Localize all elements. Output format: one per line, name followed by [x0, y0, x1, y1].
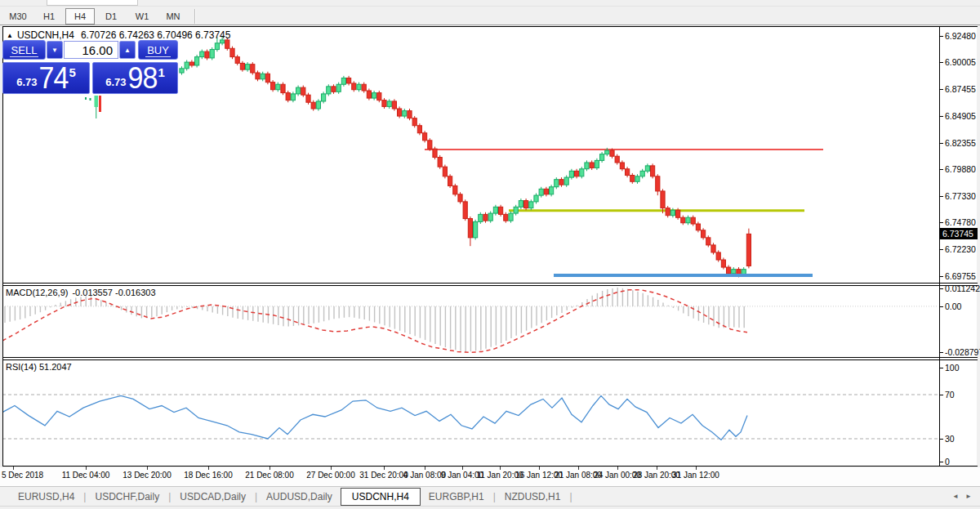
tabs-scroll-right-button[interactable]: ► [965, 493, 972, 500]
rsi-separator-bottom[interactable] [2, 359, 978, 360]
candle-down [610, 150, 614, 156]
timeframe-button-h4[interactable]: H4 [65, 8, 95, 25]
candle-down [265, 74, 270, 82]
candle-up [519, 201, 523, 208]
tab-eurgbp-h1[interactable]: EURGBP,H1 [427, 489, 486, 505]
macd-axis-label: 0.00 [945, 301, 961, 312]
sell-price-prefix: 6.73 [16, 76, 37, 88]
time-axis-label: 5 Dec 2018 [2, 471, 43, 480]
triangle-up-icon: ▲ [124, 47, 131, 54]
candle-down [626, 169, 630, 176]
time-axis-tick [696, 467, 697, 470]
timeframe-button-m30[interactable]: M30 [3, 8, 33, 25]
tab-audusd-daily[interactable]: AUDUSD,Daily [265, 489, 334, 505]
candle-down [727, 267, 731, 274]
sell-button[interactable]: SELL [2, 40, 46, 60]
candle-down [398, 109, 402, 116]
macd-axis-label: -0.028797 [945, 347, 980, 358]
direction-up-icon: ▲ [7, 32, 13, 39]
time-axis-tick [617, 467, 618, 470]
buy-price-panel[interactable]: 6.73 98 1 [92, 62, 178, 94]
candle-up [564, 177, 568, 185]
candle-down [306, 95, 310, 102]
candle-down [377, 93, 381, 100]
candle-down [230, 48, 234, 56]
price-axis-label: 6.92480 [945, 31, 976, 42]
macd-separator-bottom[interactable] [2, 285, 978, 286]
candle-up [550, 187, 554, 194]
tab-separator: | [83, 491, 86, 502]
candle-up [479, 214, 483, 221]
candle-up [534, 195, 538, 202]
tab-usdcad-daily[interactable]: USDCAD,Daily [178, 489, 247, 505]
axis-tick [939, 462, 943, 462]
axis-tick [939, 306, 943, 307]
candle-down [590, 163, 594, 167]
volume-decrease-button[interactable]: ▼ [47, 41, 63, 59]
time-axis-tick [13, 467, 14, 470]
tab-separator: | [493, 491, 496, 502]
volume-input[interactable]: 16.00 [64, 41, 118, 59]
candle-up [509, 213, 513, 221]
candle-up [585, 163, 589, 169]
candle-down [702, 230, 706, 238]
trade-controls-row: SELL ▼ 16.00 ▲ BUY [2, 40, 178, 60]
candle-down [408, 111, 412, 118]
buy-button[interactable]: BUY [138, 40, 178, 60]
rsi-separator-top[interactable] [2, 357, 978, 358]
candle-up [605, 150, 609, 154]
buy-price-pip: 1 [158, 65, 164, 79]
tab-usdcnh-h4[interactable]: USDCNH,H4 [341, 488, 421, 506]
candle-down [706, 238, 710, 245]
candle-down [347, 78, 351, 83]
buy-price-main: 98 [128, 66, 158, 91]
time-axis-label: 31 Jan 12:00 [672, 471, 719, 480]
chart-frame-bottom [2, 466, 978, 467]
triangle-down-icon: ▼ [51, 47, 58, 54]
trade-prices-row: 6.73 74 5 6.73 98 1 [2, 62, 178, 94]
timeframe-button-h1[interactable]: H1 [34, 8, 64, 25]
sell-price-main: 74 [39, 66, 69, 91]
chart-header: ▲USDCNH,H46.70726 6.74263 6.70496 6.7374… [7, 29, 230, 41]
macd-separator-top[interactable] [2, 283, 978, 284]
candle-up [403, 111, 407, 116]
candle-up [357, 84, 361, 89]
macd-values: -0.013557 -0.016303 [72, 288, 155, 297]
axis-tick [939, 276, 943, 277]
candle-up [595, 160, 599, 167]
rsi-axis-label: 100 [945, 363, 960, 373]
time-axis-tick [500, 467, 501, 470]
candle-up [341, 78, 345, 84]
axis-tick [939, 439, 943, 440]
timeframe-button-mn[interactable]: MN [158, 8, 188, 25]
tab-eurusd-h4[interactable]: EURUSD,H4 [16, 489, 76, 505]
candle-down [392, 101, 396, 109]
candle-down [483, 214, 488, 221]
tab-nzdusd-h1[interactable]: NZDUSD,H1 [503, 489, 563, 505]
candle-up [195, 57, 199, 65]
axis-tick [939, 222, 943, 223]
candle-down [417, 126, 421, 133]
chart-frame-top [2, 26, 978, 27]
tab-usdchf-daily[interactable]: USDCHF,Daily [93, 489, 161, 505]
candle-down [189, 62, 194, 65]
price-axis-label: 6.77330 [945, 191, 976, 202]
candle-up [640, 171, 644, 176]
candle-down [458, 194, 462, 202]
volume-increase-button[interactable]: ▲ [119, 41, 136, 59]
time-axis-tick [578, 467, 579, 470]
timeframe-button-w1[interactable]: W1 [127, 8, 157, 25]
time-axis-label: 27 Dec 00:00 [306, 471, 355, 480]
candle-up [555, 180, 559, 187]
tab-separator: | [168, 491, 171, 502]
candle-up [645, 166, 649, 171]
toolbar-divider [0, 25, 980, 25]
tabs-scroll-left-button[interactable]: ◄ [952, 493, 959, 500]
timeframe-button-d1[interactable]: D1 [96, 8, 126, 25]
candle-up [291, 94, 295, 100]
time-axis-label: 21 Dec 08:00 [245, 471, 294, 480]
rsi-axis-label: 70 [945, 390, 955, 400]
candle-down [256, 73, 260, 79]
price-axis-label: 6.74780 [945, 217, 976, 228]
sell-price-panel[interactable]: 6.73 74 5 [2, 62, 90, 94]
